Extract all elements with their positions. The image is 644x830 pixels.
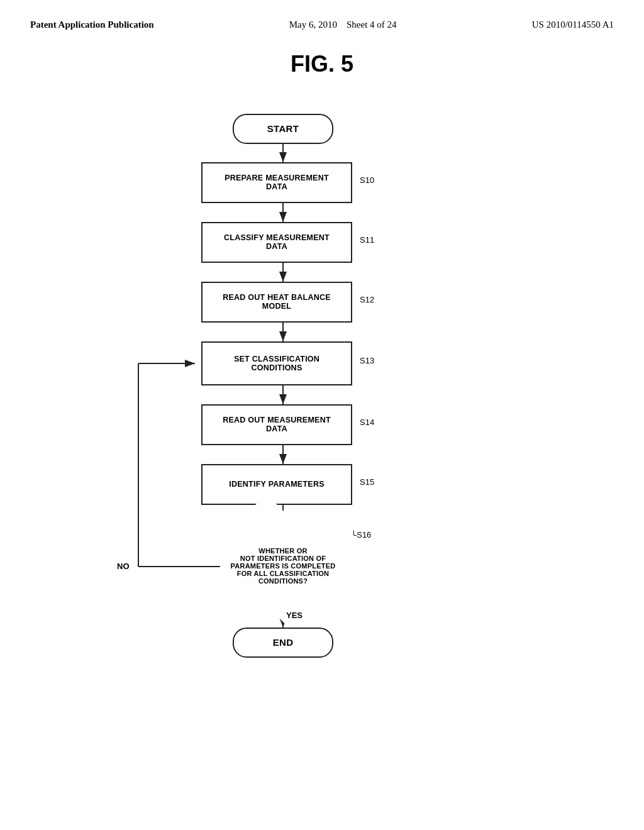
s16-diamond-text: WHETHER OR NOT IDENTIFICATION OF PARAMET… [192, 527, 374, 606]
s16-label: └S16 [351, 530, 371, 540]
flowchart: START PREPARE MEASUREMENT DATA S10 CLASS… [0, 96, 644, 813]
s14-node: READ OUT MEASUREMENT DATA [201, 404, 352, 445]
s12-node: READ OUT HEAT BALANCE MODEL [201, 282, 352, 323]
yes-label: YES [286, 611, 303, 620]
s11-node: CLASSIFY MEASUREMENT DATA [201, 222, 352, 263]
s11-label: S11 [360, 235, 374, 245]
end-node: END [233, 628, 333, 658]
s10-node: PREPARE MEASUREMENT DATA [201, 162, 352, 203]
page-header: Patent Application Publication May 6, 20… [0, 0, 644, 32]
figure-title: FIG. 5 [0, 51, 644, 77]
date: May 6, 2010 [289, 19, 337, 30]
s10-label: S10 [360, 175, 374, 185]
publication-label: Patent Application Publication [30, 18, 154, 32]
date-sheet: May 6, 2010 Sheet 4 of 24 [289, 18, 397, 32]
no-label: NO [117, 562, 130, 571]
start-node: START [233, 114, 333, 144]
s15-node: IDENTIFY PARAMETERS [201, 464, 352, 505]
s15-label: S15 [360, 477, 374, 487]
s12-label: S12 [360, 295, 374, 304]
s13-label: S13 [360, 356, 374, 365]
flowchart-arrows [0, 96, 644, 813]
s13-node: SET CLASSIFICATION CONDITIONS [201, 341, 352, 385]
s14-label: S14 [360, 418, 374, 427]
patent-number: US 2010/0114550 A1 [532, 18, 614, 32]
sheet: Sheet 4 of 24 [347, 19, 397, 30]
